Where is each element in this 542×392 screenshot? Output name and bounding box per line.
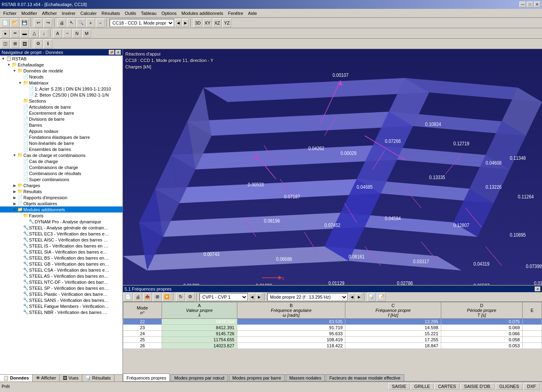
- menu-fenetre[interactable]: Fenêtre: [226, 10, 246, 17]
- tree-expand-21[interactable]: ▶: [12, 184, 17, 188]
- table-row-1[interactable]: 238412.39191.71914.5980.069: [123, 325, 542, 331]
- tree-expand-2[interactable]: ▼: [12, 69, 17, 73]
- open-btn[interactable]: 📂: [10, 19, 19, 27]
- bp-filter-btn[interactable]: 🔽: [162, 293, 171, 301]
- yz-btn[interactable]: YZ: [222, 19, 231, 27]
- menu-options[interactable]: Options: [159, 10, 179, 17]
- cvp-next-btn[interactable]: ▶: [256, 293, 262, 301]
- render-btn[interactable]: 🖼: [20, 39, 29, 48]
- cvp-dropdown-left[interactable]: CVP1 - CVP 1: [199, 293, 248, 301]
- redo-btn[interactable]: ↪: [44, 19, 52, 27]
- left-tab-1[interactable]: 👁 Afficher: [33, 375, 60, 382]
- tree-item-30[interactable]: 🔧STEEL AISC - Vérification des barres en…: [0, 237, 123, 243]
- tree-item-0[interactable]: ▼📋RSTAB: [0, 56, 123, 62]
- menu-afficher[interactable]: Afficher: [39, 10, 59, 17]
- tree-item-6[interactable]: 📄2: Béton C25/30 | DIN EN 1992-1-1/N: [0, 92, 123, 98]
- moments-btn[interactable]: M: [82, 29, 91, 38]
- mode-dropdown[interactable]: Mode propre 22 (f : 13.295 Hz): [267, 293, 348, 301]
- panel-close-btn[interactable]: ✕: [115, 50, 121, 55]
- tree-item-15[interactable]: 📄Ensembles de barres: [0, 146, 123, 152]
- left-tab-2[interactable]: 🖼 Vues: [60, 375, 82, 382]
- zoom-btn[interactable]: 🔍: [77, 19, 85, 27]
- new-btn[interactable]: 📄: [1, 19, 10, 27]
- maximize-button[interactable]: □: [527, 2, 533, 7]
- supports-btn[interactable]: △: [30, 29, 39, 38]
- tree-item-21[interactable]: ▶📁Charges: [0, 182, 123, 188]
- bp-excel-btn[interactable]: 📊: [367, 293, 376, 301]
- tree-expand-1[interactable]: ▼: [6, 63, 11, 67]
- table-row-4[interactable]: 2614023.827118.42218.8470.053: [123, 343, 542, 349]
- prev-btn[interactable]: ◀: [175, 19, 181, 27]
- sections-btn[interactable]: ▬: [20, 29, 29, 38]
- bp-word-btn[interactable]: 📝: [377, 293, 386, 301]
- tree-expand-24[interactable]: ▶: [12, 202, 17, 206]
- tree-item-3[interactable]: 📄Nœuds: [0, 74, 123, 80]
- menu-modifier[interactable]: Modifier: [19, 10, 39, 17]
- tree-item-12[interactable]: 📄Appuis nodaux: [0, 128, 123, 134]
- tree-item-20[interactable]: 📄Super combinaisons: [0, 176, 123, 182]
- view2-btn[interactable]: ⊞: [10, 39, 19, 48]
- menu-modules[interactable]: Modules additionnels: [179, 10, 225, 17]
- bp-export-btn[interactable]: 📤: [143, 293, 152, 301]
- tree-item-40[interactable]: 🔧STEEL SANS - Vérification des barres en…: [0, 297, 123, 303]
- tree-expand-25[interactable]: ▼: [12, 208, 17, 212]
- 3d-btn[interactable]: 3D: [193, 19, 202, 27]
- info-btn[interactable]: ℹ: [44, 39, 52, 48]
- bp-config-btn[interactable]: ⚙: [186, 293, 195, 301]
- deform-btn[interactable]: ~: [63, 29, 72, 38]
- cc-dropdown[interactable]: CC18 - CCD 1, Mode propre: [110, 19, 174, 27]
- tree-item-4[interactable]: ▼📁Matériaux: [0, 80, 123, 86]
- tree-item-8[interactable]: 📄Articulations de barre: [0, 104, 123, 110]
- tree-item-2[interactable]: ▼📁Données de modèle: [0, 68, 123, 74]
- menu-fichier[interactable]: Fichier: [1, 10, 19, 17]
- table-row-0[interactable]: 226978.05483.53513.2950.075: [123, 319, 542, 325]
- menu-tableau[interactable]: Tableau: [139, 10, 159, 17]
- tree-item-9[interactable]: 📄Excentrement de barre: [0, 110, 123, 116]
- labels-btn[interactable]: A: [53, 29, 62, 38]
- menu-aide[interactable]: Aide: [246, 10, 260, 17]
- tree-item-32[interactable]: 🔧STEEL SIA - Vérification des barres en …: [0, 249, 123, 255]
- tree-item-33[interactable]: 🔧STEEL BS - Vérification des barres en a…: [0, 255, 123, 261]
- table-row-2[interactable]: 249145.72695.63315.2210.066: [123, 331, 542, 337]
- bp-new-btn[interactable]: 📄: [124, 293, 133, 301]
- tree-item-11[interactable]: 📄Barres: [0, 122, 123, 128]
- status-btn-1[interactable]: GRILLE: [411, 383, 434, 390]
- tree-item-17[interactable]: 📄Cas de charge: [0, 158, 123, 164]
- tree-item-18[interactable]: 📄Combinaisons de charge: [0, 164, 123, 170]
- tree-expand-4[interactable]: ▼: [18, 81, 23, 85]
- tree-item-39[interactable]: 🔧STEEL Plastic - Vérification des barres…: [0, 291, 123, 297]
- tree-expand-0[interactable]: ▼: [1, 57, 6, 61]
- tree-item-26[interactable]: 📁Favoris: [0, 213, 123, 219]
- tree-item-34[interactable]: 🔧STEEL GB - Vérification des barres en a…: [0, 261, 123, 267]
- bp-refresh-btn[interactable]: ↻: [176, 293, 185, 301]
- status-btn-2[interactable]: CARTES: [434, 383, 459, 390]
- tree-item-10[interactable]: 📄Divisions de barre: [0, 116, 123, 122]
- menu-calculer[interactable]: Calculer: [78, 10, 99, 17]
- bottom-tab-4[interactable]: Facteurs de masse modale effective: [326, 374, 404, 381]
- minimize-button[interactable]: —: [519, 2, 526, 7]
- tree-item-38[interactable]: 🔧STEEL SP - Vérification des barres en a…: [0, 285, 123, 291]
- tree-item-28[interactable]: 🔧STEEL - Analyse générale de contrainte …: [0, 225, 123, 231]
- tree-item-14[interactable]: 📄Non-linéarités de barre: [0, 140, 123, 146]
- bottom-tab-1[interactable]: Modes propres par nœud: [170, 374, 228, 381]
- mode-next-btn[interactable]: ▶: [356, 293, 362, 301]
- undo-btn[interactable]: ↩: [34, 19, 43, 27]
- tree-expand-22[interactable]: ▶: [12, 190, 17, 194]
- xz-btn[interactable]: XZ: [213, 19, 222, 27]
- tree-expand-23[interactable]: ▶: [12, 196, 17, 200]
- bp-print-btn[interactable]: 🖨: [133, 293, 142, 301]
- loads-btn[interactable]: ↓: [39, 29, 48, 38]
- viz-panel[interactable]: Réactions d'appui CC18 : CCD 1, Mode pro…: [123, 49, 542, 285]
- mode-prev-btn[interactable]: ◀: [349, 293, 355, 301]
- tree-expand-16[interactable]: ▼: [12, 153, 17, 157]
- panel-pin-btn[interactable]: 📌: [109, 50, 114, 55]
- left-tab-0[interactable]: 📋 Données: [0, 375, 33, 382]
- tree-item-41[interactable]: 🔧STEEL Fatigue Members - Vérification à …: [0, 303, 123, 309]
- status-btn-3[interactable]: SAISIE D'OB.: [461, 383, 495, 390]
- next-btn[interactable]: ▶: [182, 19, 189, 27]
- tree-item-7[interactable]: 📁Sections: [0, 98, 123, 104]
- tree-item-19[interactable]: 📄Combinaisons de résultats: [0, 170, 123, 176]
- tree-item-22[interactable]: ▶📁Résultats: [0, 188, 123, 194]
- tree-item-36[interactable]: 🔧STEEL AS - Vérification des barres en a…: [0, 273, 123, 279]
- tree-item-31[interactable]: 🔧STEEL IS - Vérification des barres en a…: [0, 243, 123, 249]
